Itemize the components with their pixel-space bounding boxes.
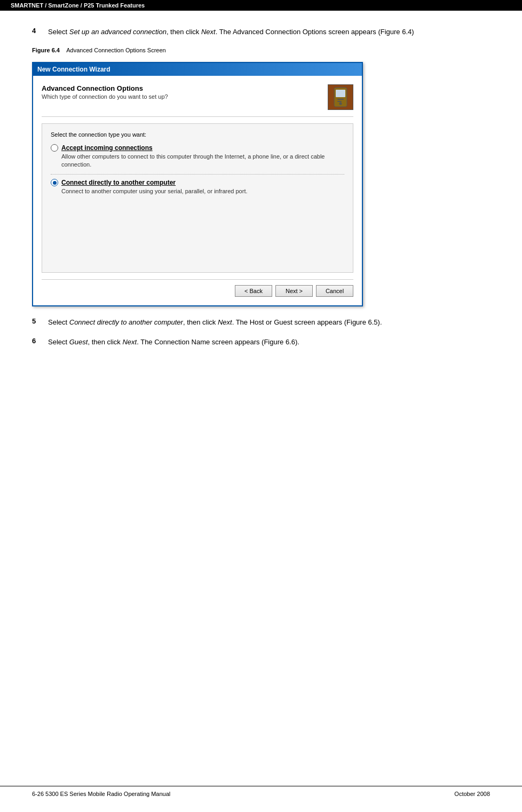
dialog-top-section: Advanced Connection Options Which type o… [42,84,353,117]
radio-row-connect[interactable]: Connect directly to another computer [51,179,344,186]
option-divider [51,174,344,175]
next-button[interactable]: Next > [275,285,313,297]
svg-rect-3 [337,99,344,100]
figure-label-row: Figure 6.4 Advanced Connection Options S… [32,47,490,58]
step-5-block: 5 Select Connect directly to another com… [32,317,490,328]
radio-desc-connect: Connect to another computer using your s… [61,187,344,195]
page-header: SMARTNET / SmartZone / P25 Trunked Featu… [0,0,522,11]
dialog-top-text: Advanced Connection Options Which type o… [42,84,168,100]
radio-option-accept[interactable]: Accept incoming connections Allow other … [51,144,344,169]
dialog-heading: Advanced Connection Options [42,84,168,92]
page-content: 4 Select Set up an advanced connection, … [0,11,522,368]
dialog-title: New Connection Wizard [37,66,110,73]
page-footer: 6-26 5300 ES Series Mobile Radio Operati… [0,786,522,801]
radio-row-accept[interactable]: Accept incoming connections [51,144,344,152]
dialog-select-label: Select the connection type you want: [51,131,344,138]
svg-rect-4 [337,101,342,102]
header-title: SMARTNET / SmartZone / P25 Trunked Featu… [11,2,145,9]
step-4-text: Select Set up an advanced connection, th… [48,27,414,37]
step-5-line: 5 Select Connect directly to another com… [32,317,490,328]
figure-number: Figure 6.4 [32,47,60,53]
radio-circle-connect[interactable] [51,179,58,186]
figure-title: Advanced Connection Options Screen [66,47,166,53]
radio-label-connect: Connect directly to another computer [61,179,176,186]
back-button[interactable]: < Back [235,285,272,297]
figure-6-4-container: Figure 6.4 Advanced Connection Options S… [32,47,490,306]
dialog-subtext: Which type of connection do you want to … [42,93,168,100]
dialog-icon [328,84,353,110]
dialog-middle-section: Select the connection type you want: Acc… [42,123,353,273]
step-6-text: Select Guest, then click Next. The Conne… [48,337,299,348]
step-4-line: 4 Select Set up an advanced connection, … [32,27,490,37]
phone-device-icon [331,86,350,108]
step-4-number: 4 [32,27,48,35]
radio-label-accept: Accept incoming connections [61,144,153,152]
dialog-window: New Connection Wizard Advanced Connectio… [32,62,363,306]
step-6-number: 6 [32,337,48,345]
svg-rect-1 [336,90,345,97]
svg-point-2 [339,102,342,105]
step-5-number: 5 [32,317,48,325]
dialog-bottom-section: < Back Next > Cancel [42,279,353,297]
step-6-block: 6 Select Guest, then click Next. The Con… [32,337,490,348]
step-4-block: 4 Select Set up an advanced connection, … [32,27,490,37]
dialog-body: Advanced Connection Options Which type o… [33,76,362,305]
step-6-line: 6 Select Guest, then click Next. The Con… [32,337,490,348]
radio-desc-accept: Allow other computers to connect to this… [61,153,344,169]
footer-right: October 2008 [454,791,490,797]
dialog-titlebar: New Connection Wizard [33,63,362,76]
footer-left: 6-26 5300 ES Series Mobile Radio Operati… [32,791,170,797]
radio-option-connect[interactable]: Connect directly to another computer Con… [51,179,344,195]
step-5-text: Select Connect directly to another compu… [48,317,382,328]
cancel-button[interactable]: Cancel [316,285,353,297]
radio-circle-accept[interactable] [51,144,58,152]
figure-label: Figure 6.4 Advanced Connection Options S… [32,47,166,53]
